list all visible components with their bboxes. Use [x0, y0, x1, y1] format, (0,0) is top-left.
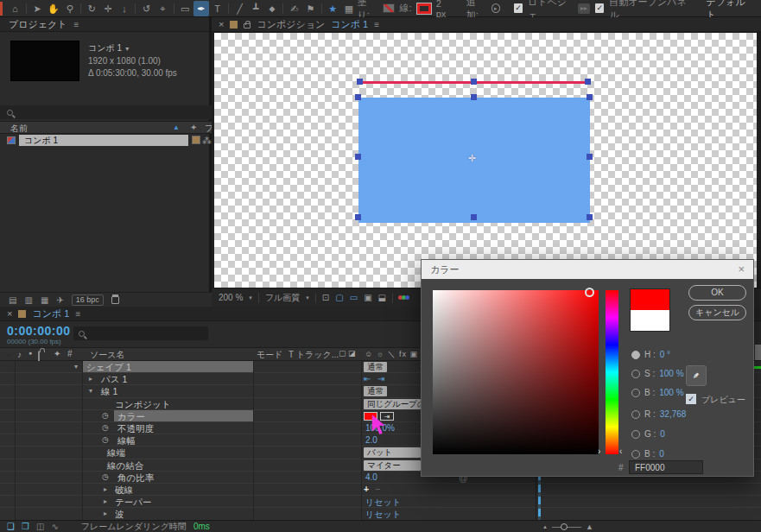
- property-name[interactable]: 線 1: [101, 386, 117, 398]
- panel-menu-icon[interactable]: ≡: [75, 309, 80, 319]
- pan-camera-tool-icon[interactable]: ✛: [100, 1, 117, 16]
- path-direction-icon[interactable]: ⇥: [377, 374, 384, 383]
- add-icon[interactable]: ▸: [491, 3, 500, 13]
- orbit-camera-tool-icon[interactable]: ↻: [84, 1, 100, 16]
- composition-canvas[interactable]: ✛: [214, 33, 757, 288]
- new-folder-icon[interactable]: ▥: [24, 295, 32, 305]
- blend-mode-dropdown[interactable]: 通常: [364, 386, 387, 396]
- property-name[interactable]: テーパー: [115, 497, 152, 509]
- graph-editor-icon[interactable]: ∿: [51, 522, 58, 531]
- rotation-tool-icon[interactable]: ↺: [138, 1, 155, 16]
- twirl-open-icon[interactable]: ▾: [89, 387, 92, 395]
- transparency-grid-icon[interactable]: ▣: [364, 293, 371, 302]
- zoom-tool-icon[interactable]: ⚲: [61, 1, 78, 16]
- hue-slider[interactable]: [606, 290, 618, 454]
- property-name[interactable]: 角の比率: [117, 472, 154, 484]
- project-tab[interactable]: プロジェクト ≡: [0, 17, 209, 32]
- type-tool-icon[interactable]: T: [209, 1, 225, 16]
- radio-b2[interactable]: [631, 450, 640, 459]
- twirl-closed-icon[interactable]: ▸: [89, 375, 92, 383]
- hex-input[interactable]: FF0000: [629, 460, 703, 474]
- stroke-width-value[interactable]: 2 px: [436, 0, 453, 19]
- panel-toggle-icon[interactable]: ▸▸: [578, 3, 591, 14]
- bit-depth-button[interactable]: 16 bpc: [72, 294, 104, 306]
- radio-b[interactable]: [631, 389, 640, 397]
- preview-checkbox[interactable]: ✓: [686, 394, 696, 404]
- twirl-closed-icon[interactable]: ▸: [104, 497, 107, 505]
- selection-handle[interactable]: [587, 154, 593, 160]
- stopwatch-icon[interactable]: ◷: [102, 472, 109, 481]
- name-column-header[interactable]: 名前: [10, 123, 28, 135]
- cancel-button[interactable]: キャンセル: [688, 305, 746, 320]
- property-row-dashes[interactable]: ▸ 破線 + −: [0, 484, 761, 496]
- current-time-display[interactable]: 0:00:00:00: [7, 324, 71, 338]
- zoom-out-icon[interactable]: ▲: [542, 524, 548, 529]
- show-channel-icon[interactable]: [399, 295, 409, 300]
- stroke-swatch[interactable]: [417, 3, 431, 14]
- flowchart-icon[interactable]: ⁂: [202, 136, 212, 147]
- blend-mode-dropdown[interactable]: 通常: [364, 362, 387, 372]
- selection-handle[interactable]: [587, 214, 593, 220]
- guides-icon[interactable]: ⊡: [322, 293, 329, 302]
- project-item-name[interactable]: コンポ 1: [19, 135, 188, 146]
- s-value[interactable]: 100 %: [659, 369, 683, 378]
- b2-value[interactable]: 0: [659, 449, 664, 459]
- property-name[interactable]: カラー: [117, 411, 145, 423]
- trash-icon[interactable]: [111, 296, 119, 304]
- eyedropper-button[interactable]: ✒: [686, 365, 707, 386]
- number-column-header[interactable]: #: [67, 349, 73, 358]
- label-color-swatch[interactable]: [192, 136, 200, 144]
- radio-g[interactable]: [631, 430, 640, 439]
- property-name[interactable]: 線の結合: [107, 460, 143, 472]
- twirl-open-icon[interactable]: ▾: [74, 363, 78, 370]
- selection-handle[interactable]: [355, 214, 361, 220]
- close-icon[interactable]: ×: [219, 19, 224, 29]
- zoom-in-icon[interactable]: ▲: [586, 522, 593, 531]
- dolly-camera-tool-icon[interactable]: ↓: [117, 1, 133, 16]
- project-item-row[interactable]: コンポ 1 ⁂: [0, 135, 212, 147]
- timeline-search-input[interactable]: [73, 326, 208, 340]
- path-vertex[interactable]: [585, 79, 591, 85]
- zoom-slider[interactable]: [552, 527, 581, 528]
- property-name[interactable]: 不透明度: [117, 423, 154, 435]
- audio-column-icon[interactable]: ♪: [17, 350, 22, 359]
- rotobezier-checkbox[interactable]: ✓: [514, 3, 523, 13]
- color-position-marker[interactable]: [585, 288, 594, 297]
- new-composition-icon[interactable]: ▦: [41, 295, 48, 305]
- resolution-dropdown[interactable]: フル画質: [265, 292, 300, 304]
- current-time-indicator[interactable]: [538, 472, 541, 520]
- composition-viewer-tab[interactable]: × コンポジション コンポ 1 ≡: [212, 17, 761, 32]
- property-name[interactable]: コンポジット: [115, 399, 170, 411]
- add-dash-button[interactable]: +: [364, 484, 369, 494]
- twirl-closed-icon[interactable]: ▸: [104, 485, 107, 493]
- stopwatch-icon[interactable]: ◷: [102, 411, 109, 420]
- region-of-interest-icon[interactable]: ▢: [335, 293, 343, 302]
- roto-brush-tool-icon[interactable]: ✍: [286, 1, 302, 16]
- stopwatch-icon[interactable]: ◷: [102, 423, 109, 432]
- line-join-dropdown[interactable]: マイター: [364, 460, 421, 471]
- zoom-slider-knob[interactable]: [561, 523, 568, 530]
- g-value[interactable]: 0: [660, 429, 665, 439]
- radio-r[interactable]: [631, 410, 640, 419]
- selection-handle[interactable]: [355, 154, 361, 160]
- label-column-icon[interactable]: ✦: [190, 123, 197, 132]
- chevron-down-icon[interactable]: ▼: [124, 46, 130, 52]
- close-icon[interactable]: ×: [7, 308, 12, 319]
- timeline-comp-name[interactable]: コンポ 1: [32, 307, 69, 320]
- property-row-wave[interactable]: ▸ 波 リセット: [0, 508, 761, 520]
- remove-dash-button[interactable]: −: [375, 484, 380, 494]
- home-icon[interactable]: ⌂: [7, 1, 23, 16]
- scrollbar-thumb[interactable]: [755, 345, 761, 360]
- radio-h[interactable]: [631, 351, 640, 359]
- layer-name[interactable]: シェイプ 1: [86, 362, 131, 374]
- reset-link[interactable]: リセット: [365, 497, 401, 509]
- sort-ascending-icon[interactable]: ▲: [173, 124, 180, 131]
- twirl-closed-icon[interactable]: ▸: [104, 510, 107, 517]
- composition-name[interactable]: コンポ 1: [88, 43, 122, 53]
- property-name[interactable]: 破線: [115, 484, 133, 497]
- label-column-icon[interactable]: ✦: [54, 349, 60, 358]
- selection-handle[interactable]: [471, 94, 477, 100]
- solo-column-icon[interactable]: ●: [29, 350, 32, 356]
- selection-tool-icon[interactable]: ➤: [29, 1, 46, 16]
- source-name-column-header[interactable]: ソース名: [90, 349, 124, 361]
